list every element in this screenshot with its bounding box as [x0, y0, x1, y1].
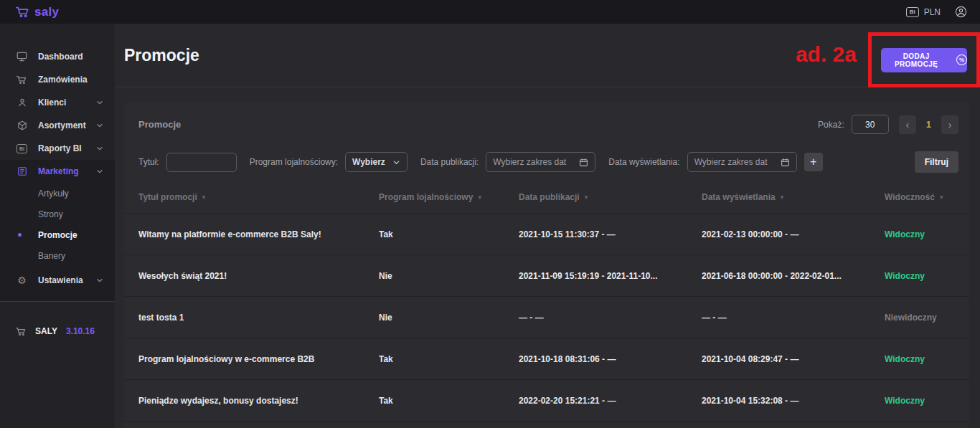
sidebar-divider: [0, 301, 115, 302]
app-version: 3.10.16: [66, 326, 95, 336]
promo-publish-date: 2021-10-18 08:31:06 - —: [519, 354, 702, 364]
add-promotion-label: DODAJ PROMOCJĘ: [881, 52, 951, 68]
promo-display-date: 2021-02-13 00:00:00 - —: [702, 229, 885, 239]
chevron-down-icon: [96, 145, 103, 152]
display-date-input[interactable]: [694, 157, 781, 167]
sidebar-item-label: Asortyment: [38, 120, 86, 130]
column-header-publish-date[interactable]: Data publikacji ▾: [519, 192, 702, 202]
sidebar-footer: SALY 3.10.16: [0, 326, 115, 336]
promotions-table: Tytuł promocji ▾ Program lojalnościowy ▾…: [124, 181, 969, 428]
promo-display-date: 2021-10-04 08:29:47 - —: [702, 354, 885, 364]
current-page: 1: [926, 119, 931, 130]
currency-selector[interactable]: Bi PLN: [906, 7, 941, 17]
promo-publish-date: 2021-11-09 15:19:19 - 2021-11-10...: [519, 271, 702, 281]
table-row[interactable]: Wesołych świąt 2021! Nie 2021-11-09 15:1…: [124, 255, 969, 296]
annotation-highlight-box: DODAJ PROMOCJĘ %: [868, 32, 980, 87]
main-content: Promocje ad. 2a DODAJ PROMOCJĘ % Promocj…: [115, 24, 980, 428]
sidebar-item-marketing[interactable]: Marketing: [0, 160, 115, 183]
app-brand: SALY: [35, 326, 57, 336]
sidebar-subitem-label: Promocje: [38, 230, 77, 240]
sidebar-subitem-strony[interactable]: Strony: [0, 204, 115, 224]
panel-header: Promocje Pokaż: ‹ 1 ›: [124, 102, 969, 134]
add-filter-button[interactable]: +: [804, 153, 823, 171]
sort-icon: ▾: [940, 194, 943, 201]
sidebar-subitem-label: Artykuły: [38, 189, 69, 199]
sidebar-subitem-label: Strony: [38, 209, 63, 219]
table-row[interactable]: test tosta 1 Nie — - — — - — Niewidoczny: [124, 296, 969, 338]
account-icon[interactable]: [955, 6, 967, 18]
currency-icon: Bi: [906, 7, 919, 17]
sidebar-subitem-promocje[interactable]: Promocje: [0, 224, 115, 245]
status-badge: Widoczny: [885, 396, 958, 406]
status-badge: Widoczny: [885, 271, 958, 281]
column-label: Data wyświetlania: [702, 192, 776, 202]
table-row[interactable]: Pieniądze wydajesz, bonusy dostajesz! Ta…: [124, 379, 969, 421]
calendar-icon: [781, 158, 790, 167]
page-size-label: Pokaż:: [818, 120, 844, 130]
promo-loyalty: Nie: [379, 271, 519, 281]
plus-icon: +: [810, 156, 816, 168]
sidebar-item-asortyment[interactable]: Asortyment: [0, 114, 115, 137]
sort-icon: ▾: [478, 194, 481, 201]
promo-title: Pieniądze wydajesz, bonusy dostajesz!: [138, 396, 379, 406]
marketing-section: Marketing Artykuły Strony Promocje Baner…: [0, 160, 115, 301]
promo-title: Program lojalnościowy w e-commerce B2B: [138, 354, 379, 364]
add-promotion-button[interactable]: DODAJ PROMOCJĘ %: [881, 48, 967, 72]
column-header-title[interactable]: Tytuł promocji ▾: [138, 192, 379, 202]
sidebar-item-ustawienia[interactable]: ⚙ Ustawienia: [0, 269, 115, 292]
sidebar-subitem-banery[interactable]: Banery: [0, 245, 115, 266]
app-logo[interactable]: saly: [16, 5, 59, 19]
monitor-icon: [16, 52, 28, 62]
promo-title: Wesołych świąt 2021!: [138, 271, 379, 281]
status-badge: Niewidoczny: [885, 313, 958, 323]
promo-display-date: — - —: [702, 313, 885, 323]
table-row[interactable]: Witamy na platformie e-commerce B2B Saly…: [124, 213, 969, 255]
bi-report-icon: Bi: [16, 144, 28, 153]
chevron-left-icon: ‹: [905, 119, 909, 130]
column-header-visibility[interactable]: Widoczność ▾: [885, 192, 958, 202]
promo-loyalty: Nie: [379, 313, 519, 323]
topbar: saly Bi PLN: [0, 0, 980, 24]
column-header-loyalty[interactable]: Program lojalnościowy ▾: [379, 192, 519, 202]
cart-icon: [16, 326, 27, 336]
promo-title: Witamy na platformie e-commerce B2B Saly…: [138, 229, 379, 239]
title-filter-input[interactable]: [166, 153, 237, 172]
logo-text: saly: [34, 5, 59, 19]
sidebar-item-label: Marketing: [38, 166, 79, 176]
page-title: Promocje: [124, 46, 199, 65]
topbar-actions: Bi PLN: [906, 6, 967, 18]
page-header: Promocje ad. 2a DODAJ PROMOCJĘ %: [115, 24, 980, 87]
publish-date-range-input[interactable]: [486, 152, 595, 172]
sidebar-item-label: Raporty BI: [38, 143, 82, 153]
title-filter-label: Tytuł:: [138, 157, 159, 167]
promo-loyalty: Tak: [379, 354, 519, 364]
sidebar-item-raporty-bi[interactable]: Bi Raporty BI: [0, 137, 115, 160]
promo-display-date: 2021-10-04 15:32:08 - —: [702, 396, 885, 406]
cart-logo-icon: [16, 6, 30, 18]
sidebar-item-dashboard[interactable]: Dashboard: [0, 45, 115, 68]
sidebar-item-label: Klienci: [38, 98, 66, 108]
promo-loyalty: Tak: [379, 229, 519, 239]
loyalty-filter-select[interactable]: Wybierz: [345, 152, 407, 172]
promo-publish-date: 2021-10-15 11:30:37 - —: [519, 229, 702, 239]
prev-page-button[interactable]: ‹: [899, 115, 916, 134]
column-header-display-date[interactable]: Data wyświetlania ▾: [702, 192, 885, 202]
chevron-down-icon: [96, 168, 103, 175]
page-size-input[interactable]: [852, 115, 889, 134]
publish-date-input[interactable]: [493, 157, 579, 167]
table-header-row: Tytuł promocji ▾ Program lojalnościowy ▾…: [124, 181, 969, 213]
sidebar-item-zamowienia[interactable]: Zamówienia: [0, 68, 115, 91]
promo-title: test tosta 1: [138, 313, 379, 323]
column-label: Data publikacji: [519, 192, 580, 202]
next-page-button[interactable]: ›: [941, 115, 958, 134]
table-row[interactable]: Program lojalnościowy w e-commerce B2B T…: [124, 338, 969, 379]
table-bottom-divider: [124, 421, 969, 428]
display-date-range-input[interactable]: [687, 152, 797, 172]
sidebar-item-klienci[interactable]: Klienci: [0, 91, 115, 114]
sidebar-subitem-artykuly[interactable]: Artykuły: [0, 183, 115, 204]
apply-filters-button[interactable]: Filtruj: [915, 151, 958, 173]
filter-bar: Tytuł: Program lojalnościowy: Wybierz Da…: [124, 134, 969, 173]
sidebar-nav: Dashboard Zamówienia Klienci: [0, 24, 115, 336]
chevron-down-icon: [96, 122, 103, 129]
pagination: Pokaż: ‹ 1 ›: [818, 115, 958, 134]
